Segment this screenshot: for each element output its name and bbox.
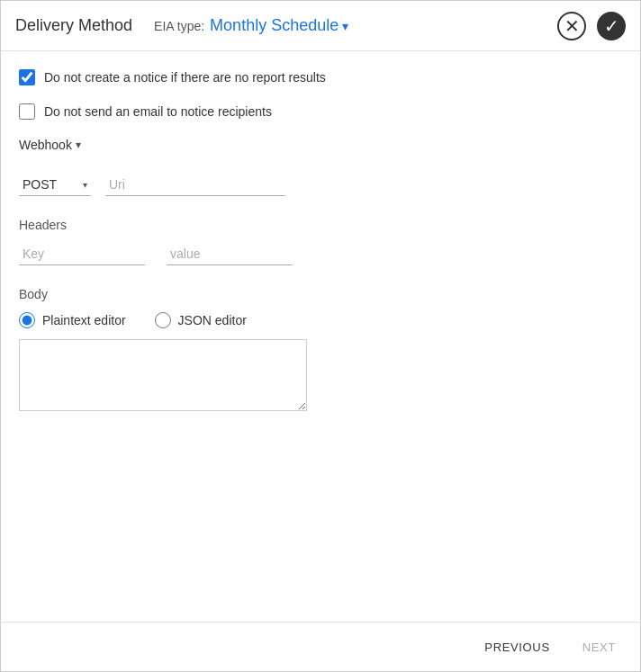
delivery-method-title: Delivery Method: [15, 16, 132, 35]
headers-section: Headers: [19, 218, 622, 265]
no-email-row: Do not send an email to notice recipient…: [19, 103, 622, 120]
schedule-dropdown-arrow[interactable]: ▾: [342, 19, 348, 33]
json-radio[interactable]: [155, 312, 171, 328]
cancel-button[interactable]: ✕: [557, 12, 586, 40]
confirm-icon: ✓: [604, 15, 619, 37]
page-header: Delivery Method EIA type: Monthly Schedu…: [1, 1, 640, 51]
webhook-dropdown-arrow[interactable]: ▾: [76, 139, 81, 151]
body-textarea[interactable]: [19, 339, 307, 411]
plaintext-option: Plaintext editor: [19, 312, 126, 328]
main-content: Do not create a notice if there are no r…: [1, 51, 640, 443]
headers-label: Headers: [19, 218, 622, 232]
no-notice-row: Do not create a notice if there are no r…: [19, 69, 622, 85]
body-section: Body Plaintext editor JSON editor: [19, 287, 622, 414]
confirm-button[interactable]: ✓: [597, 12, 626, 40]
no-email-checkbox[interactable]: [19, 103, 35, 120]
editor-radio-group: Plaintext editor JSON editor: [19, 312, 622, 328]
method-uri-row: POST GET PUT DELETE ▾: [19, 174, 622, 196]
eia-type-label: EIA type:: [154, 19, 204, 33]
json-label[interactable]: JSON editor: [178, 313, 247, 327]
next-button: NEXT: [575, 637, 623, 658]
webhook-dropdown[interactable]: Webhook ▾: [19, 138, 622, 152]
footer: PREVIOUS NEXT: [0, 622, 641, 672]
method-select[interactable]: POST GET PUT DELETE: [19, 174, 91, 196]
header-value-input[interactable]: [167, 243, 293, 265]
no-notice-checkbox[interactable]: [19, 69, 35, 85]
json-option: JSON editor: [155, 312, 247, 328]
no-notice-label[interactable]: Do not create a notice if there are no r…: [44, 70, 326, 85]
header-key-input[interactable]: [19, 243, 145, 265]
previous-button[interactable]: PREVIOUS: [477, 637, 556, 658]
plaintext-radio[interactable]: [19, 312, 35, 328]
webhook-label: Webhook: [19, 138, 72, 152]
headers-inputs-row: [19, 243, 622, 265]
method-select-wrapper: POST GET PUT DELETE ▾: [19, 174, 91, 196]
cancel-icon: ✕: [564, 15, 580, 37]
no-email-label[interactable]: Do not send an email to notice recipient…: [44, 104, 272, 119]
body-label: Body: [19, 287, 622, 301]
uri-input[interactable]: [105, 174, 285, 196]
plaintext-label[interactable]: Plaintext editor: [42, 313, 126, 327]
schedule-value: Monthly Schedule: [210, 16, 339, 35]
